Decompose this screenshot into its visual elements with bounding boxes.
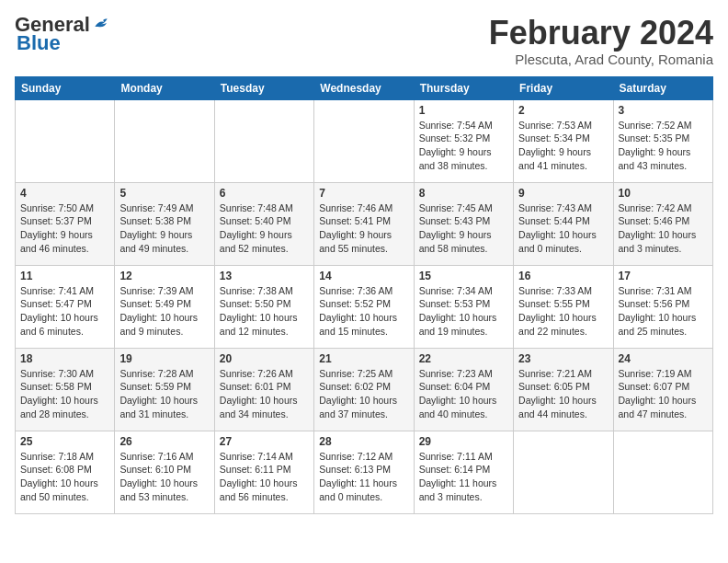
calendar-cell: 20Sunrise: 7:26 AM Sunset: 6:01 PM Dayli…	[214, 348, 313, 431]
day-info: Sunrise: 7:48 AM Sunset: 5:40 PM Dayligh…	[220, 201, 309, 256]
calendar-cell	[214, 99, 313, 182]
day-number: 9	[518, 187, 608, 200]
day-number: 11	[20, 270, 109, 282]
calendar-cell: 26Sunrise: 7:16 AM Sunset: 6:10 PM Dayli…	[115, 431, 214, 513]
day-info: Sunrise: 7:45 AM Sunset: 5:43 PM Dayligh…	[419, 201, 508, 256]
day-number: 17	[619, 270, 708, 282]
calendar-table: SundayMondayTuesdayWednesdayThursdayFrid…	[15, 76, 713, 514]
calendar-cell: 21Sunrise: 7:25 AM Sunset: 6:02 PM Dayli…	[314, 348, 414, 431]
day-info: Sunrise: 7:49 AM Sunset: 5:38 PM Dayligh…	[119, 201, 209, 256]
day-info: Sunrise: 7:42 AM Sunset: 5:46 PM Dayligh…	[619, 201, 708, 256]
calendar-week-2: 4Sunrise: 7:50 AM Sunset: 5:37 PM Daylig…	[16, 182, 713, 265]
day-info: Sunrise: 7:52 AM Sunset: 5:35 PM Dayligh…	[619, 119, 708, 173]
weekday-header-thursday: Thursday	[414, 76, 513, 99]
calendar-cell: 22Sunrise: 7:23 AM Sunset: 6:04 PM Dayli…	[414, 348, 513, 431]
calendar-cell: 7Sunrise: 7:46 AM Sunset: 5:41 PM Daylig…	[314, 182, 414, 265]
day-number: 27	[220, 435, 309, 448]
day-number: 5	[119, 187, 209, 200]
day-info: Sunrise: 7:23 AM Sunset: 6:04 PM Dayligh…	[419, 367, 508, 421]
day-number: 16	[518, 270, 608, 282]
day-number: 24	[619, 352, 708, 365]
day-number: 8	[419, 187, 508, 200]
day-info: Sunrise: 7:26 AM Sunset: 6:01 PM Dayligh…	[220, 367, 309, 421]
calendar-cell: 10Sunrise: 7:42 AM Sunset: 5:46 PM Dayli…	[613, 182, 712, 265]
calendar-cell	[514, 431, 613, 513]
day-info: Sunrise: 7:21 AM Sunset: 6:05 PM Dayligh…	[518, 367, 608, 421]
day-info: Sunrise: 7:53 AM Sunset: 5:34 PM Dayligh…	[518, 119, 608, 173]
day-number: 26	[119, 435, 209, 448]
day-number: 22	[419, 352, 508, 365]
calendar-cell: 16Sunrise: 7:33 AM Sunset: 5:55 PM Dayli…	[514, 265, 613, 348]
day-info: Sunrise: 7:39 AM Sunset: 5:49 PM Dayligh…	[119, 284, 209, 339]
day-number: 2	[518, 104, 608, 117]
calendar-cell: 4Sunrise: 7:50 AM Sunset: 5:37 PM Daylig…	[16, 182, 115, 265]
day-number: 15	[419, 270, 508, 282]
day-info: Sunrise: 7:16 AM Sunset: 6:10 PM Dayligh…	[119, 450, 209, 504]
calendar-week-3: 11Sunrise: 7:41 AM Sunset: 5:47 PM Dayli…	[16, 265, 713, 348]
day-info: Sunrise: 7:36 AM Sunset: 5:52 PM Dayligh…	[319, 284, 408, 339]
day-info: Sunrise: 7:28 AM Sunset: 5:59 PM Dayligh…	[119, 367, 209, 421]
day-number: 18	[20, 352, 109, 365]
day-info: Sunrise: 7:33 AM Sunset: 5:55 PM Dayligh…	[518, 284, 608, 339]
calendar-cell: 8Sunrise: 7:45 AM Sunset: 5:43 PM Daylig…	[414, 182, 513, 265]
day-info: Sunrise: 7:43 AM Sunset: 5:44 PM Dayligh…	[518, 201, 608, 256]
calendar-cell: 18Sunrise: 7:30 AM Sunset: 5:58 PM Dayli…	[16, 348, 115, 431]
calendar-cell: 23Sunrise: 7:21 AM Sunset: 6:05 PM Dayli…	[514, 348, 613, 431]
day-info: Sunrise: 7:34 AM Sunset: 5:53 PM Dayligh…	[419, 284, 508, 339]
day-number: 28	[319, 435, 408, 448]
day-info: Sunrise: 7:30 AM Sunset: 5:58 PM Dayligh…	[20, 367, 109, 421]
calendar-cell: 1Sunrise: 7:54 AM Sunset: 5:32 PM Daylig…	[414, 99, 513, 182]
calendar-cell: 6Sunrise: 7:48 AM Sunset: 5:40 PM Daylig…	[214, 182, 313, 265]
day-info: Sunrise: 7:25 AM Sunset: 6:02 PM Dayligh…	[319, 367, 408, 421]
day-number: 23	[518, 352, 608, 365]
day-info: Sunrise: 7:14 AM Sunset: 6:11 PM Dayligh…	[220, 450, 309, 504]
day-info: Sunrise: 7:12 AM Sunset: 6:13 PM Dayligh…	[319, 450, 408, 504]
weekday-header-monday: Monday	[115, 76, 214, 99]
day-info: Sunrise: 7:31 AM Sunset: 5:56 PM Dayligh…	[619, 284, 708, 339]
day-number: 6	[220, 187, 309, 200]
calendar-cell: 17Sunrise: 7:31 AM Sunset: 5:56 PM Dayli…	[613, 265, 712, 348]
day-info: Sunrise: 7:19 AM Sunset: 6:07 PM Dayligh…	[619, 367, 708, 421]
calendar-cell: 5Sunrise: 7:49 AM Sunset: 5:38 PM Daylig…	[115, 182, 214, 265]
calendar-cell: 24Sunrise: 7:19 AM Sunset: 6:07 PM Dayli…	[613, 348, 712, 431]
weekday-header-sunday: Sunday	[16, 76, 115, 99]
calendar-cell: 27Sunrise: 7:14 AM Sunset: 6:11 PM Dayli…	[214, 431, 313, 513]
calendar-cell	[314, 99, 414, 182]
day-info: Sunrise: 7:18 AM Sunset: 6:08 PM Dayligh…	[20, 450, 109, 504]
day-number: 3	[619, 104, 708, 117]
day-number: 14	[319, 270, 408, 282]
day-number: 7	[319, 187, 408, 200]
calendar-week-4: 18Sunrise: 7:30 AM Sunset: 5:58 PM Dayli…	[16, 348, 713, 431]
calendar-header: SundayMondayTuesdayWednesdayThursdayFrid…	[16, 76, 713, 99]
logo-blue: Blue	[17, 31, 61, 55]
day-number: 10	[619, 187, 708, 200]
calendar-cell: 11Sunrise: 7:41 AM Sunset: 5:47 PM Dayli…	[16, 265, 115, 348]
calendar-cell: 9Sunrise: 7:43 AM Sunset: 5:44 PM Daylig…	[514, 182, 613, 265]
calendar-cell: 2Sunrise: 7:53 AM Sunset: 5:34 PM Daylig…	[514, 99, 613, 182]
calendar-cell: 14Sunrise: 7:36 AM Sunset: 5:52 PM Dayli…	[314, 265, 414, 348]
weekday-header-row: SundayMondayTuesdayWednesdayThursdayFrid…	[16, 76, 713, 99]
day-number: 1	[419, 104, 508, 117]
weekday-header-saturday: Saturday	[613, 76, 712, 99]
calendar-cell: 15Sunrise: 7:34 AM Sunset: 5:53 PM Dayli…	[414, 265, 513, 348]
day-number: 13	[220, 270, 309, 282]
calendar-cell	[613, 431, 712, 513]
weekday-header-tuesday: Tuesday	[214, 76, 313, 99]
calendar-cell: 3Sunrise: 7:52 AM Sunset: 5:35 PM Daylig…	[613, 99, 712, 182]
bird-icon	[92, 16, 110, 34]
day-number: 21	[319, 352, 408, 365]
calendar-week-5: 25Sunrise: 7:18 AM Sunset: 6:08 PM Dayli…	[16, 431, 713, 513]
calendar-cell: 19Sunrise: 7:28 AM Sunset: 5:59 PM Dayli…	[115, 348, 214, 431]
calendar-cell: 29Sunrise: 7:11 AM Sunset: 6:14 PM Dayli…	[414, 431, 513, 513]
day-info: Sunrise: 7:50 AM Sunset: 5:37 PM Dayligh…	[20, 201, 109, 256]
weekday-header-friday: Friday	[514, 76, 613, 99]
weekday-header-wednesday: Wednesday	[314, 76, 414, 99]
day-number: 29	[419, 435, 508, 448]
day-info: Sunrise: 7:41 AM Sunset: 5:47 PM Dayligh…	[20, 284, 109, 339]
day-number: 25	[20, 435, 109, 448]
day-number: 4	[20, 187, 109, 200]
page-header: General Blue February 2024 Plescuta, Ara…	[15, 15, 713, 67]
day-number: 19	[119, 352, 209, 365]
logo: General Blue	[15, 15, 110, 55]
calendar-body: 1Sunrise: 7:54 AM Sunset: 5:32 PM Daylig…	[16, 99, 713, 513]
